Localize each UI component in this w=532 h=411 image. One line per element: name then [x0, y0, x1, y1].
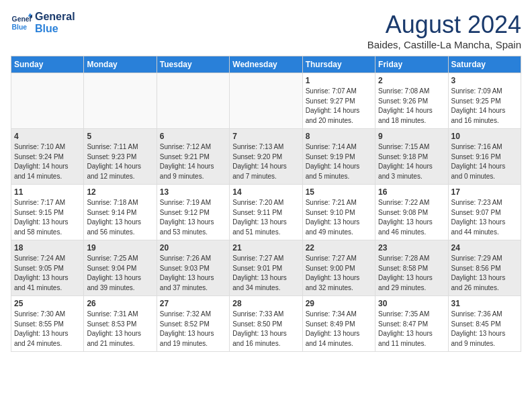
calendar-cell [84, 73, 157, 129]
logo: General Blue General Blue [11, 11, 75, 35]
day-info: Sunrise: 7:24 AM Sunset: 9:05 PM Dayligh… [14, 254, 81, 293]
day-number: 6 [160, 132, 226, 141]
day-info: Sunrise: 7:31 AM Sunset: 8:53 PM Dayligh… [87, 310, 153, 349]
calendar-cell: 15Sunrise: 7:21 AM Sunset: 9:10 PM Dayli… [302, 185, 375, 240]
day-number: 12 [87, 187, 153, 197]
day-number: 25 [14, 299, 81, 308]
day-number: 18 [14, 243, 81, 253]
calendar-cell: 22Sunrise: 7:27 AM Sunset: 9:00 PM Dayli… [302, 240, 375, 296]
calendar-cell: 21Sunrise: 7:27 AM Sunset: 9:01 PM Dayli… [230, 240, 302, 296]
day-info: Sunrise: 7:13 AM Sunset: 9:20 PM Dayligh… [232, 142, 299, 181]
day-number: 3 [451, 76, 518, 85]
calendar-cell: 25Sunrise: 7:30 AM Sunset: 8:55 PM Dayli… [11, 296, 84, 352]
calendar-cell: 26Sunrise: 7:31 AM Sunset: 8:53 PM Dayli… [84, 296, 157, 352]
calendar-cell: 3Sunrise: 7:09 AM Sunset: 9:25 PM Daylig… [448, 73, 521, 129]
calendar-week-2: 4Sunrise: 7:10 AM Sunset: 9:24 PM Daylig… [11, 129, 521, 185]
day-number: 20 [160, 243, 226, 253]
day-number: 2 [378, 76, 445, 85]
calendar-cell: 17Sunrise: 7:23 AM Sunset: 9:07 PM Dayli… [448, 185, 521, 240]
weekday-header-friday: Friday [375, 56, 448, 73]
calendar-week-4: 18Sunrise: 7:24 AM Sunset: 9:05 PM Dayli… [11, 240, 521, 296]
calendar-cell [11, 73, 84, 129]
day-info: Sunrise: 7:33 AM Sunset: 8:50 PM Dayligh… [232, 310, 299, 349]
calendar-cell [157, 73, 229, 129]
weekday-header-wednesday: Wednesday [230, 56, 302, 73]
calendar-week-1: 1Sunrise: 7:07 AM Sunset: 9:27 PM Daylig… [11, 73, 521, 129]
logo-blue: Blue [35, 23, 75, 35]
day-info: Sunrise: 7:25 AM Sunset: 9:04 PM Dayligh… [87, 254, 153, 293]
calendar-cell: 19Sunrise: 7:25 AM Sunset: 9:04 PM Dayli… [84, 240, 157, 296]
calendar-cell: 1Sunrise: 7:07 AM Sunset: 9:27 PM Daylig… [302, 73, 375, 129]
calendar-cell: 30Sunrise: 7:35 AM Sunset: 8:47 PM Dayli… [375, 296, 448, 352]
day-info: Sunrise: 7:16 AM Sunset: 9:16 PM Dayligh… [451, 142, 518, 181]
weekday-header-monday: Monday [84, 56, 157, 73]
day-number: 26 [87, 299, 153, 308]
calendar-cell [230, 73, 302, 129]
svg-text:General: General [12, 15, 32, 23]
day-info: Sunrise: 7:11 AM Sunset: 9:23 PM Dayligh… [87, 142, 153, 181]
day-info: Sunrise: 7:10 AM Sunset: 9:24 PM Dayligh… [14, 142, 81, 181]
day-info: Sunrise: 7:12 AM Sunset: 9:21 PM Dayligh… [160, 142, 226, 181]
day-info: Sunrise: 7:23 AM Sunset: 9:07 PM Dayligh… [451, 198, 518, 237]
calendar-cell: 23Sunrise: 7:28 AM Sunset: 8:58 PM Dayli… [375, 240, 448, 296]
logo-icon: General Blue [11, 12, 32, 34]
calendar-cell: 12Sunrise: 7:18 AM Sunset: 9:14 PM Dayli… [84, 185, 157, 240]
calendar-cell: 13Sunrise: 7:19 AM Sunset: 9:12 PM Dayli… [157, 185, 229, 240]
day-number: 19 [87, 243, 153, 253]
calendar-cell: 8Sunrise: 7:14 AM Sunset: 9:19 PM Daylig… [302, 129, 375, 185]
calendar-cell: 28Sunrise: 7:33 AM Sunset: 8:50 PM Dayli… [230, 296, 302, 352]
day-number: 13 [160, 187, 226, 197]
calendar-cell: 7Sunrise: 7:13 AM Sunset: 9:20 PM Daylig… [230, 129, 302, 185]
calendar-cell: 2Sunrise: 7:08 AM Sunset: 9:26 PM Daylig… [375, 73, 448, 129]
day-number: 7 [232, 132, 299, 141]
day-number: 11 [14, 187, 81, 197]
subtitle: Baides, Castille-La Mancha, Spain [367, 39, 521, 50]
header: General Blue General Blue August 2024 Ba… [11, 11, 521, 50]
day-info: Sunrise: 7:22 AM Sunset: 9:08 PM Dayligh… [378, 198, 445, 237]
calendar-cell: 18Sunrise: 7:24 AM Sunset: 9:05 PM Dayli… [11, 240, 84, 296]
day-number: 15 [306, 187, 372, 197]
weekday-header-saturday: Saturday [448, 56, 521, 73]
day-info: Sunrise: 7:15 AM Sunset: 9:18 PM Dayligh… [378, 142, 445, 181]
day-info: Sunrise: 7:32 AM Sunset: 8:52 PM Dayligh… [160, 310, 226, 349]
calendar-cell: 16Sunrise: 7:22 AM Sunset: 9:08 PM Dayli… [375, 185, 448, 240]
day-number: 4 [14, 132, 81, 141]
day-info: Sunrise: 7:28 AM Sunset: 8:58 PM Dayligh… [378, 254, 445, 293]
weekday-header-row: SundayMondayTuesdayWednesdayThursdayFrid… [11, 56, 521, 73]
day-number: 21 [232, 243, 299, 253]
day-info: Sunrise: 7:27 AM Sunset: 9:00 PM Dayligh… [306, 254, 372, 293]
calendar-cell: 6Sunrise: 7:12 AM Sunset: 9:21 PM Daylig… [157, 129, 229, 185]
day-info: Sunrise: 7:07 AM Sunset: 9:27 PM Dayligh… [306, 87, 372, 126]
day-info: Sunrise: 7:27 AM Sunset: 9:01 PM Dayligh… [232, 254, 299, 293]
calendar-cell: 27Sunrise: 7:32 AM Sunset: 8:52 PM Dayli… [157, 296, 229, 352]
calendar-cell: 31Sunrise: 7:36 AM Sunset: 8:45 PM Dayli… [448, 296, 521, 352]
day-number: 23 [378, 243, 445, 253]
day-number: 24 [451, 243, 518, 253]
calendar-cell: 24Sunrise: 7:29 AM Sunset: 8:56 PM Dayli… [448, 240, 521, 296]
title-area: August 2024 Baides, Castille-La Mancha, … [367, 11, 521, 50]
day-number: 22 [306, 243, 372, 253]
day-number: 30 [378, 299, 445, 308]
logo-general: General [35, 11, 75, 23]
day-info: Sunrise: 7:29 AM Sunset: 8:56 PM Dayligh… [451, 254, 518, 293]
calendar-cell: 14Sunrise: 7:20 AM Sunset: 9:11 PM Dayli… [230, 185, 302, 240]
calendar-cell: 5Sunrise: 7:11 AM Sunset: 9:23 PM Daylig… [84, 129, 157, 185]
day-info: Sunrise: 7:08 AM Sunset: 9:26 PM Dayligh… [378, 87, 445, 126]
day-info: Sunrise: 7:30 AM Sunset: 8:55 PM Dayligh… [14, 310, 81, 349]
day-number: 10 [451, 132, 518, 141]
day-info: Sunrise: 7:19 AM Sunset: 9:12 PM Dayligh… [160, 198, 226, 237]
day-number: 17 [451, 187, 518, 197]
day-info: Sunrise: 7:21 AM Sunset: 9:10 PM Dayligh… [306, 198, 372, 237]
day-number: 5 [87, 132, 153, 141]
calendar-cell: 9Sunrise: 7:15 AM Sunset: 9:18 PM Daylig… [375, 129, 448, 185]
day-info: Sunrise: 7:17 AM Sunset: 9:15 PM Dayligh… [14, 198, 81, 237]
weekday-header-tuesday: Tuesday [157, 56, 229, 73]
day-info: Sunrise: 7:35 AM Sunset: 8:47 PM Dayligh… [378, 310, 445, 349]
day-info: Sunrise: 7:18 AM Sunset: 9:14 PM Dayligh… [87, 198, 153, 237]
calendar-week-5: 25Sunrise: 7:30 AM Sunset: 8:55 PM Dayli… [11, 296, 521, 352]
calendar-cell: 10Sunrise: 7:16 AM Sunset: 9:16 PM Dayli… [448, 129, 521, 185]
day-info: Sunrise: 7:20 AM Sunset: 9:11 PM Dayligh… [232, 198, 299, 237]
day-number: 28 [232, 299, 299, 308]
day-number: 1 [306, 76, 372, 85]
calendar-cell: 20Sunrise: 7:26 AM Sunset: 9:03 PM Dayli… [157, 240, 229, 296]
